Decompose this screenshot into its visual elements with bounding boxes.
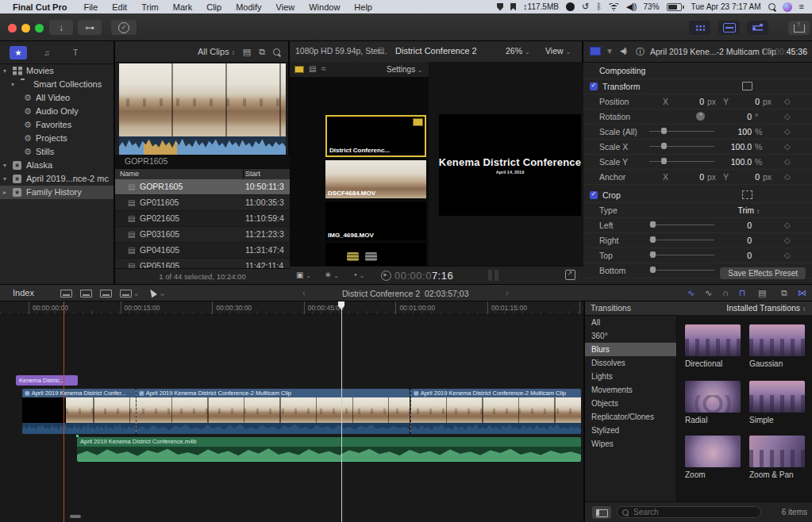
share-button[interactable] bbox=[788, 21, 810, 35]
transitions-browser-button[interactable]: ⋈ bbox=[798, 288, 806, 298]
crop-value-field[interactable]: 0 bbox=[702, 236, 752, 245]
fullscreen-icon[interactable] bbox=[565, 270, 575, 280]
transition-category[interactable]: Objects bbox=[585, 397, 676, 410]
column-start[interactable]: Start bbox=[245, 169, 260, 179]
filmstrip-list-toggle[interactable]: ⧉ bbox=[259, 47, 265, 57]
scale-y-field[interactable]: 100.0 bbox=[702, 157, 752, 167]
enhancements-menu[interactable]: ✳ ⌄ bbox=[325, 271, 339, 279]
disclosure-triangle[interactable] bbox=[11, 78, 14, 91]
video-inspector-tab[interactable] bbox=[590, 47, 601, 56]
transition-item[interactable]: Directional bbox=[685, 324, 741, 368]
wifi-icon[interactable] bbox=[609, 2, 619, 11]
menu-item[interactable]: File bbox=[76, 2, 105, 12]
position-x-field[interactable]: 0 bbox=[669, 97, 704, 106]
browser-panel-button[interactable]: ⧉ bbox=[781, 288, 787, 298]
crop-section-header[interactable]: Crop bbox=[583, 188, 812, 203]
save-effects-preset-button[interactable]: Save Effects Preset bbox=[720, 267, 806, 279]
list-view-button[interactable] bbox=[365, 252, 377, 261]
transition-category[interactable]: Blurs bbox=[585, 343, 676, 356]
scale-x-field[interactable]: 100.0 bbox=[702, 142, 752, 152]
menu-item[interactable]: Window bbox=[302, 2, 347, 12]
data-rate-status[interactable]: ↕117.5MB bbox=[523, 2, 559, 11]
privacy-shield-icon[interactable] bbox=[497, 3, 503, 11]
notification-center-icon[interactable]: ≡ bbox=[799, 2, 804, 11]
multicam-clip[interactable]: April 2019 Kenema District Conference-2 … bbox=[410, 389, 581, 434]
timeline-scrollbar-thumb[interactable] bbox=[70, 515, 81, 518]
timeline-project-name[interactable]: District Conference 2 bbox=[342, 289, 420, 298]
audio-only-icon[interactable]: ≈ bbox=[321, 64, 326, 73]
skimming-toggle[interactable]: ∿ bbox=[687, 288, 695, 298]
sidebar-item[interactable]: Smart Collections bbox=[0, 78, 114, 91]
keyframe-diamond-icon[interactable]: ◇ bbox=[784, 97, 791, 106]
snapping-toggle[interactable]: ⊓ bbox=[739, 288, 746, 298]
transition-category[interactable]: Wipes bbox=[585, 437, 676, 451]
disclosure-triangle[interactable] bbox=[3, 159, 6, 172]
table-row[interactable]: ▤ GP011605 11:00:35:3 bbox=[115, 195, 290, 211]
sidebar-item[interactable]: Audio Only bbox=[0, 105, 114, 118]
info-inspector-tab[interactable]: ⓘ bbox=[636, 46, 645, 58]
play-button-icon[interactable] bbox=[381, 271, 391, 281]
keyframe-diamond-icon[interactable]: ◇ bbox=[784, 157, 791, 166]
transition-item[interactable]: Simple bbox=[749, 381, 805, 424]
menu-item[interactable]: Mark bbox=[166, 2, 199, 12]
keyframe-diamond-icon[interactable]: ◇ bbox=[784, 172, 791, 181]
filmstrip-view-button[interactable] bbox=[347, 252, 359, 261]
multicam-clip[interactable]: April 2019 Kenema District Confer... bbox=[22, 389, 136, 434]
connect-edit-button[interactable] bbox=[60, 290, 72, 297]
zoom-window-button[interactable] bbox=[35, 24, 44, 33]
clip-filter-popup[interactable]: All Clips ↕ bbox=[198, 47, 235, 56]
tab-libraries[interactable]: ★ bbox=[10, 46, 27, 59]
volume-icon[interactable]: ◀)) bbox=[626, 2, 637, 11]
position-y-field[interactable]: 0 bbox=[726, 97, 760, 106]
keyframe-diamond-icon[interactable]: ◇ bbox=[784, 221, 791, 229]
connected-audio-clip[interactable]: April 2019 Kenema District Conference.m4… bbox=[77, 437, 581, 462]
transition-category[interactable]: 360° bbox=[585, 329, 676, 343]
overwrite-edit-button[interactable] bbox=[120, 290, 132, 297]
clip-appearance-button[interactable]: ▤ bbox=[758, 288, 766, 298]
view-popup[interactable]: View ⌄ bbox=[545, 46, 571, 56]
tab-photos-audio[interactable]: ♫ bbox=[38, 46, 56, 59]
tool-menu-chevron-icon[interactable]: ⌄ bbox=[159, 288, 166, 298]
video-frame[interactable]: Kenema District Conference April 14, 201… bbox=[439, 114, 581, 216]
background-tasks-button[interactable]: ✓ bbox=[111, 20, 137, 35]
crop-value-field[interactable]: 0 bbox=[702, 251, 752, 260]
crop-type-popup[interactable]: Trim ↕ bbox=[702, 205, 760, 215]
append-edit-button[interactable] bbox=[100, 290, 112, 297]
menu-item[interactable]: Help bbox=[347, 2, 379, 12]
transition-category[interactable]: All bbox=[585, 316, 676, 329]
show-browser-button[interactable] bbox=[689, 21, 710, 35]
multicam-clip[interactable]: April 2019 Kenema District Conference-2 … bbox=[136, 389, 410, 434]
effects-inspector-tab[interactable]: ▼ bbox=[606, 47, 614, 56]
sidebar-toggle-button[interactable] bbox=[592, 506, 611, 519]
bluetooth-icon[interactable]: ᛒ bbox=[596, 2, 602, 11]
clip-appearance-button[interactable]: ▤ bbox=[243, 47, 251, 57]
zoom-level-popup[interactable]: 26% ⌄ bbox=[506, 46, 530, 56]
bookmark-icon[interactable] bbox=[510, 3, 516, 11]
status-badge-icon[interactable] bbox=[566, 2, 575, 11]
menu-bar-clock[interactable]: Tue Apr 23 7:17 AM bbox=[691, 2, 761, 11]
transition-category[interactable]: Lights bbox=[585, 370, 676, 383]
transition-category[interactable]: Stylized bbox=[585, 424, 676, 437]
menu-item[interactable]: View bbox=[269, 2, 302, 12]
battery-icon[interactable] bbox=[667, 3, 684, 11]
audio-skimming-toggle[interactable]: ∿ bbox=[705, 288, 712, 298]
sidebar-item[interactable]: All Video bbox=[0, 91, 114, 105]
insert-edit-button[interactable] bbox=[80, 290, 92, 297]
time-machine-icon[interactable]: ↺ bbox=[582, 2, 589, 11]
spotlight-icon[interactable] bbox=[768, 3, 775, 10]
sidebar-item[interactable]: Favorites bbox=[0, 118, 114, 132]
transitions-search-field[interactable] bbox=[617, 506, 761, 518]
crop-transform-tool[interactable]: ▣ ⌄ bbox=[296, 271, 311, 279]
edit-options-chevron-icon[interactable]: ⌄ bbox=[133, 288, 140, 298]
app-menu[interactable]: Final Cut Pro bbox=[8, 2, 71, 12]
menu-item[interactable]: Modify bbox=[229, 2, 268, 12]
table-row[interactable]: ▤ GP041605 11:31:47:4 bbox=[115, 243, 290, 259]
transform-section-header[interactable]: Transform bbox=[583, 79, 812, 94]
retime-menu[interactable]: ◔ ⌄ bbox=[352, 271, 365, 279]
minimize-window-button[interactable] bbox=[21, 24, 30, 33]
keyframe-diamond-icon[interactable]: ◇ bbox=[784, 251, 791, 259]
select-tool-icon[interactable] bbox=[148, 288, 157, 298]
table-row[interactable]: ▤ GOPR1605 10:50:11:3 bbox=[115, 179, 290, 195]
solo-toggle[interactable]: ∩ bbox=[722, 288, 729, 297]
video-only-icon[interactable]: ▤ bbox=[309, 64, 316, 73]
